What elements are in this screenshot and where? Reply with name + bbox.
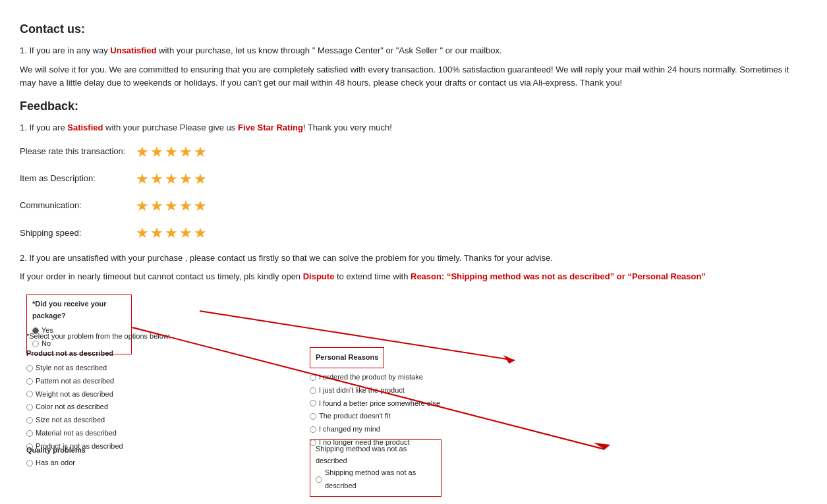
issue-odor[interactable]: Has an odor — [26, 457, 86, 470]
shipping-issue[interactable]: Shipping method was not as described — [316, 466, 436, 493]
pr-no-fit[interactable]: The product doesn't fit — [310, 410, 440, 423]
contact-p1-pre: 1. If you are in any way — [20, 45, 110, 55]
svg-marker-3 — [594, 443, 611, 449]
issue-weight[interactable]: Weight not as described — [26, 388, 123, 401]
feedback-point2: 2. If you are unsatisfied with your purc… — [20, 252, 807, 266]
stars-transaction: ★ ★ ★ ★ ★ — [136, 140, 207, 163]
fb-p1-pre: 1. If you are — [20, 123, 67, 132]
stars-communication: ★ ★ ★ ★ ★ — [136, 194, 207, 217]
pr-dislike[interactable]: I just didn't like the product — [310, 384, 440, 397]
contact-title: Contact us: — [20, 20, 807, 39]
rating-label-description: Item as Description: — [20, 172, 132, 186]
dispute-reason: Reason: “Shipping method was not as desc… — [411, 271, 706, 281]
dispute-red1: Dispute — [303, 271, 335, 281]
quality-radio-group: Has an odor — [26, 457, 86, 470]
quality-heading: Quality problems — [26, 445, 86, 457]
dispute-mid: to extend time with — [334, 271, 411, 281]
dispute-pre: If your order in nearly timeout but cann… — [20, 271, 303, 281]
feedback-section: Feedback: 1. If you are Satisfied with y… — [20, 97, 807, 284]
rating-row-shipping: Shipping speed: ★ ★ ★ ★ ★ — [20, 221, 807, 244]
shipping-radio-group: Shipping method was not as described — [316, 466, 436, 493]
issue-color[interactable]: Color not as described — [26, 401, 123, 414]
svg-marker-1 — [503, 355, 515, 364]
fb-p1-mid: with your purchase Please give us — [103, 123, 238, 132]
contact-point1: 1. If you are in any way Unsatisfied wit… — [20, 44, 807, 58]
feedback-point1: 1. If you are Satisfied with your purcha… — [20, 121, 807, 135]
stars-description: ★ ★ ★ ★ ★ — [136, 167, 207, 190]
personal-reasons-box: Personal Reasons I ordered the product b… — [310, 347, 440, 449]
pr-mistake[interactable]: I ordered the product by mistake — [310, 371, 440, 384]
contact-p1-post: with your purchase, let us know through … — [156, 45, 501, 55]
shipping-heading: Shipping method was not as described — [316, 443, 436, 466]
stars-shipping: ★ ★ ★ ★ ★ — [136, 221, 207, 244]
rating-row-transaction: Please rate this transaction: ★ ★ ★ ★ ★ — [20, 140, 807, 163]
product-radio-group: Style not as described Pattern not as de… — [26, 362, 123, 453]
rating-row-communication: Communication: ★ ★ ★ ★ ★ — [20, 194, 807, 217]
product-issues-box: Product not as described Style not as de… — [26, 347, 123, 453]
personal-radio-group: I ordered the product by mistake I just … — [310, 371, 440, 449]
issue-style[interactable]: Style not as described — [26, 362, 123, 375]
pr-better-price[interactable]: I found a better price somewhere else — [310, 397, 440, 410]
fb-p1-post: ! Thank you very much! — [303, 123, 392, 132]
personal-reasons-label: Personal Reasons — [310, 347, 384, 368]
select-problem-label: *Select your problem from the options be… — [26, 331, 171, 343]
contact-p1-red: Unsatisfied — [110, 45, 156, 55]
issue-pattern[interactable]: Pattern not as described — [26, 375, 123, 388]
issue-material[interactable]: Material not as described — [26, 427, 123, 440]
package-question-box: *Did you receive your package? Yes No — [26, 294, 132, 354]
quality-box: Quality problems Has an odor — [26, 445, 86, 469]
feedback-dispute: If your order in nearly timeout but cann… — [20, 270, 807, 284]
contact-section: Contact us: 1. If you are in any way Uns… — [20, 20, 807, 90]
fb-p1-satisfied: Satisfied — [67, 123, 103, 132]
contact-point2: We will solve it for you. We are committ… — [20, 63, 807, 91]
rating-label-shipping: Shipping speed: — [20, 227, 132, 240]
feedback-title: Feedback: — [20, 97, 807, 116]
package-question-text: *Did you receive your package? — [32, 298, 126, 322]
rating-label-communication: Communication: — [20, 199, 132, 213]
fb-p1-fivestar: Five Star Rating — [238, 123, 303, 132]
rating-label-transaction: Please rate this transaction: — [20, 145, 132, 159]
shipping-method-box: Shipping method was not as described Shi… — [310, 439, 442, 497]
rating-row-description: Item as Description: ★ ★ ★ ★ ★ — [20, 167, 807, 190]
product-not-described-heading: Product not as described — [26, 347, 123, 360]
diagram-area: *Did you receive your package? Yes No *S… — [20, 294, 807, 486]
dispute-diagram-section: *Did you receive your package? Yes No *S… — [20, 294, 807, 486]
issue-size[interactable]: Size not as described — [26, 414, 123, 427]
pr-changed-mind[interactable]: I changed my mind — [310, 423, 440, 436]
